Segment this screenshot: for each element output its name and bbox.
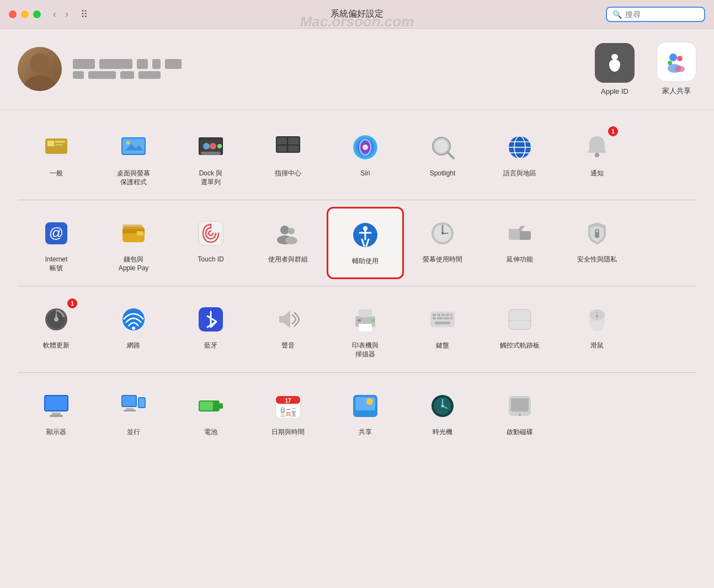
pref-item-dock[interactable]: Dock 與 選單列 <box>172 121 249 193</box>
pref-row-3: 顯示器並行電池17日一二三四五日期與時間共享時光機啟動磁碟 <box>18 379 696 443</box>
pref-label-startup: 啟動磁碟 <box>507 428 533 437</box>
svg-point-118 <box>441 404 444 407</box>
pref-item-spotlight[interactable]: Spotlight <box>404 121 481 193</box>
svg-point-19 <box>210 143 216 149</box>
svg-rect-69 <box>359 324 372 332</box>
pref-item-accessibility[interactable]: 輔助使用 <box>327 207 404 279</box>
pref-item-sharing[interactable]: 共享 <box>327 379 404 443</box>
pref-item-screentime[interactable]: 螢幕使用時間 <box>404 207 481 279</box>
pref-label-users: 使用者與群組 <box>268 255 308 264</box>
apple-id-label: Apple ID <box>601 87 628 95</box>
svg-rect-58 <box>520 231 531 240</box>
svg-rect-94 <box>122 396 136 406</box>
pref-icon-display <box>39 388 74 424</box>
pref-item-internet[interactable]: @Internet 帳號 <box>18 207 95 279</box>
pref-item-extensions[interactable]: 延伸功能 <box>481 207 558 279</box>
pref-icon-wallet <box>116 216 151 251</box>
pref-icon-network <box>116 302 151 337</box>
pref-item-siri[interactable]: Siri <box>327 121 404 193</box>
svg-rect-83 <box>509 309 531 329</box>
pref-item-software[interactable]: 1軟體更新 <box>18 293 95 365</box>
pref-label-accessibility: 輔助使用 <box>352 257 379 266</box>
svg-point-63 <box>54 317 58 322</box>
svg-rect-96 <box>139 398 145 407</box>
apple-id-item[interactable]: Apple ID <box>595 43 635 95</box>
notification-badge: 1 <box>608 126 618 136</box>
pref-item-wallet[interactable]: 錢包與 Apple Pay <box>95 207 172 279</box>
family-icon-box <box>657 42 696 82</box>
pref-item-sidecar[interactable]: 並行 <box>95 379 172 443</box>
svg-point-14 <box>126 141 130 145</box>
family-sharing-item[interactable]: 家人共享 <box>657 42 696 96</box>
svg-rect-70 <box>358 319 361 322</box>
pref-item-date[interactable]: 17日一二三四五日期與時間 <box>249 379 327 443</box>
pref-label-sidecar: 並行 <box>127 428 140 437</box>
svg-point-65 <box>132 327 135 330</box>
pref-label-screentime: 螢幕使用時間 <box>423 255 462 264</box>
svg-point-113 <box>366 398 373 405</box>
user-email-block <box>73 71 182 79</box>
pref-item-startup[interactable]: 啟動磁碟 <box>481 379 558 443</box>
svg-rect-98 <box>124 410 136 411</box>
pref-row-1: @Internet 帳號錢包與 Apple PayTouch ID使用者與群組輔… <box>18 207 696 279</box>
svg-point-121 <box>519 414 521 416</box>
pref-label-internet: Internet 帳號 <box>45 255 68 272</box>
pref-icon-keyboard <box>425 302 460 337</box>
profile-section: Apple ID 家人共享 <box>0 29 714 110</box>
pref-icon-timemachine <box>425 388 460 424</box>
pref-item-timemachine[interactable]: 時光機 <box>404 379 481 443</box>
pref-item-users[interactable]: 使用者與群組 <box>249 207 327 279</box>
pref-item-keyboard[interactable]: 鍵盤 <box>404 293 481 365</box>
svg-rect-24 <box>277 146 287 152</box>
family-label: 家人共享 <box>662 86 691 96</box>
svg-rect-73 <box>433 314 436 316</box>
pref-item-printer[interactable]: 印表機與 掃描器 <box>327 293 404 365</box>
forward-button[interactable]: › <box>62 7 72 21</box>
pref-item-language[interactable]: 語言與地區 <box>481 121 558 193</box>
pref-item-battery[interactable]: 電池 <box>172 379 249 443</box>
back-button[interactable]: ‹ <box>50 7 60 21</box>
pref-item-notification[interactable]: 1通知 <box>558 121 636 193</box>
pref-icon-date: 17日一二三四五 <box>270 388 306 424</box>
pref-icon-startup <box>502 388 537 424</box>
svg-rect-77 <box>450 314 452 316</box>
svg-point-46 <box>280 226 289 234</box>
svg-rect-43 <box>122 224 142 228</box>
pref-item-general[interactable]: 一般 <box>18 121 95 193</box>
pref-label-extensions: 延伸功能 <box>507 255 533 264</box>
email-segment-3 <box>120 71 134 79</box>
nav-buttons: ‹ › <box>50 7 72 21</box>
pref-item-security[interactable]: 安全性與隱私 <box>558 207 636 279</box>
pref-item-touchid[interactable]: Touch ID <box>172 207 249 279</box>
pref-icon-extensions <box>502 216 537 251</box>
pref-item-trackpad[interactable]: 觸控式軌跡板 <box>481 293 558 365</box>
name-segment-3 <box>137 59 148 69</box>
search-icon: 🔍 <box>612 10 622 19</box>
grid-icon[interactable]: ⠿ <box>81 8 88 20</box>
close-button[interactable] <box>9 10 17 18</box>
pref-icon-mission <box>270 130 306 165</box>
pref-item-sound[interactable]: 聲音 <box>249 293 327 365</box>
pref-item-network[interactable]: 網路 <box>95 293 172 365</box>
svg-rect-74 <box>437 314 440 316</box>
avatar[interactable] <box>18 47 62 91</box>
pref-icon-internet: @ <box>39 216 74 251</box>
svg-rect-79 <box>437 317 443 319</box>
minimize-button[interactable] <box>21 10 29 18</box>
pref-item-bluetooth[interactable]: 藍牙 <box>172 293 249 365</box>
name-segment-4 <box>152 59 161 69</box>
svg-point-30 <box>435 140 448 153</box>
pref-item-mission[interactable]: 指揮中心 <box>249 121 327 193</box>
pref-icon-spotlight <box>425 130 460 165</box>
profile-right: Apple ID 家人共享 <box>595 42 696 96</box>
user-name-block <box>73 59 182 69</box>
pref-icon-users <box>270 216 306 251</box>
pref-icon-general <box>39 130 74 165</box>
divider-0 <box>18 200 696 200</box>
pref-item-mouse[interactable]: 滑鼠 <box>558 293 636 365</box>
search-input[interactable] <box>625 10 691 19</box>
fullscreen-button[interactable] <box>33 10 41 18</box>
svg-rect-10 <box>55 141 65 143</box>
pref-item-display[interactable]: 顯示器 <box>18 379 95 443</box>
pref-item-desktop[interactable]: 桌面與螢幕 保護程式 <box>95 121 172 193</box>
